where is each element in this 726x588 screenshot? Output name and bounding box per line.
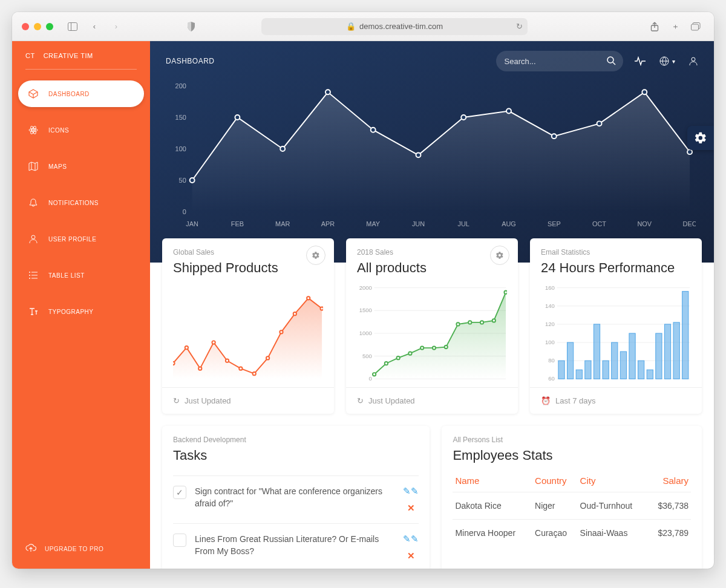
svg-text:AUG: AUG xyxy=(502,220,516,227)
table-header: City xyxy=(578,469,648,492)
main: DASHBOARD ▾ xyxy=(150,41,714,569)
top-icons: ▾ xyxy=(634,56,699,66)
svg-text:MAR: MAR xyxy=(275,220,290,227)
settings-fab[interactable] xyxy=(687,126,714,150)
maximize-window[interactable] xyxy=(46,23,53,30)
email-chart: 6080100120140160 xyxy=(541,282,691,385)
sidebar-nav: DASHBOARD ICONS MAPS xyxy=(12,76,150,339)
card-menu-icon[interactable] xyxy=(490,246,509,265)
svg-point-51 xyxy=(198,367,201,370)
table-header: Salary xyxy=(647,469,691,492)
back-icon[interactable]: ‹ xyxy=(86,18,103,35)
svg-rect-97 xyxy=(576,370,582,379)
new-tab-icon[interactable]: ＋ xyxy=(667,18,684,35)
sidebar-separator xyxy=(25,69,137,70)
svg-point-32 xyxy=(506,109,511,114)
task-checkbox[interactable] xyxy=(173,534,186,547)
browser-window: ‹ › 🔒 demos.creative-tim.com ↻ ＋ CT CREA… xyxy=(12,12,714,569)
share-icon[interactable] xyxy=(646,18,663,35)
refresh-icon: ↻ xyxy=(173,396,180,405)
svg-text:150: 150 xyxy=(175,114,186,121)
brand-name: CREATIVE TIM xyxy=(44,52,93,59)
svg-text:SEP: SEP xyxy=(548,220,561,227)
svg-rect-99 xyxy=(594,324,600,379)
delete-icon[interactable]: ✕ xyxy=(407,503,415,514)
forward-icon[interactable]: › xyxy=(108,18,125,35)
sidebar-item-maps[interactable]: MAPS xyxy=(18,153,144,180)
address-url: demos.creative-tim.com xyxy=(359,22,443,31)
table-cell: Minerva Hooper xyxy=(453,520,532,547)
svg-text:JUL: JUL xyxy=(458,220,469,227)
table-header: Name xyxy=(453,469,532,492)
shield-icon[interactable] xyxy=(183,18,200,35)
svg-point-50 xyxy=(185,346,188,349)
hero: DASHBOARD ▾ xyxy=(150,41,714,263)
svg-text:2000: 2000 xyxy=(359,284,372,291)
cloud-upload-icon xyxy=(25,543,36,554)
activity-icon[interactable] xyxy=(634,56,646,66)
table-row: Minerva HooperCuraçaoSinaai-Waas$23,789 xyxy=(453,520,691,547)
task-checkbox[interactable]: ✓ xyxy=(173,486,186,499)
chevron-down-icon: ▾ xyxy=(672,58,676,65)
list-icon xyxy=(28,270,39,280)
sidebar-item-icons[interactable]: ICONS xyxy=(18,117,144,143)
sidebar-item-label: TABLE LIST xyxy=(48,272,85,279)
reload-icon[interactable]: ↻ xyxy=(516,22,523,31)
svg-point-81 xyxy=(492,319,495,322)
card-menu-icon[interactable] xyxy=(306,246,325,265)
map-icon xyxy=(28,162,39,171)
brand[interactable]: CT CREATIVE TIM xyxy=(12,41,150,69)
minimize-window[interactable] xyxy=(34,23,41,30)
sidebar-item-label: DASHBOARD xyxy=(48,91,90,97)
svg-point-53 xyxy=(226,359,229,362)
svg-point-8 xyxy=(33,129,34,131)
svg-text:DEC: DEC xyxy=(683,220,696,227)
svg-point-28 xyxy=(325,90,330,94)
task-text: Sign contract for "What are conference o… xyxy=(195,486,394,509)
card-employees: All Persons List Employees Stats NameCou… xyxy=(442,426,702,569)
globe-dropdown[interactable]: ▾ xyxy=(659,56,676,66)
card-eyebrow: Global Sales xyxy=(173,248,323,256)
page-title: DASHBOARD xyxy=(166,57,215,65)
svg-text:NOV: NOV xyxy=(638,220,652,227)
card-title: 24 Hours Performance xyxy=(541,260,691,276)
user-icon xyxy=(28,234,39,244)
svg-point-30 xyxy=(416,152,421,157)
svg-text:500: 500 xyxy=(362,353,372,359)
sidebar-item-typography[interactable]: TYPOGRAPHY xyxy=(18,298,144,325)
sidebar-toggle-icon[interactable] xyxy=(64,18,81,35)
lock-icon: 🔒 xyxy=(346,22,356,31)
address-bar[interactable]: 🔒 demos.creative-tim.com ↻ xyxy=(261,18,528,35)
svg-point-60 xyxy=(320,307,323,310)
search-box[interactable] xyxy=(496,51,623,71)
svg-text:OCT: OCT xyxy=(592,220,606,227)
edit-icon[interactable]: ✎✎ xyxy=(403,534,419,544)
svg-point-76 xyxy=(433,346,436,349)
sidebar-item-dashboard[interactable]: DASHBOARD xyxy=(18,80,144,107)
search-icon[interactable] xyxy=(606,56,616,67)
profile-icon[interactable] xyxy=(688,56,698,66)
upgrade-label: UPGRADE TO PRO xyxy=(45,546,103,552)
table-cell: Sinaai-Waas xyxy=(578,520,648,547)
sidebar-item-table-list[interactable]: TABLE LIST xyxy=(18,262,144,289)
search-input[interactable] xyxy=(505,57,606,66)
card-email-stats: Email Statistics 24 Hours Performance 60… xyxy=(530,238,702,414)
svg-point-71 xyxy=(373,373,376,376)
edit-icon[interactable]: ✎✎ xyxy=(403,486,419,497)
close-window[interactable] xyxy=(22,23,29,30)
svg-rect-95 xyxy=(558,361,564,379)
sidebar-upgrade[interactable]: UPGRADE TO PRO xyxy=(12,529,150,569)
table-cell: Dakota Rice xyxy=(453,492,532,520)
sidebar-item-user-profile[interactable]: USER PROFILE xyxy=(18,226,144,252)
card-title: Employees Stats xyxy=(453,448,691,463)
svg-rect-98 xyxy=(585,361,591,379)
svg-point-80 xyxy=(480,321,483,324)
delete-icon[interactable]: ✕ xyxy=(407,550,415,561)
svg-text:MAY: MAY xyxy=(366,220,381,227)
tabs-icon[interactable] xyxy=(687,18,704,35)
svg-text:80: 80 xyxy=(548,357,555,364)
svg-point-33 xyxy=(552,134,557,139)
refresh-icon: ↻ xyxy=(357,396,364,405)
sidebar-item-notifications[interactable]: NOTIFICATIONS xyxy=(18,189,144,216)
table-cell: Curaçao xyxy=(532,520,578,547)
